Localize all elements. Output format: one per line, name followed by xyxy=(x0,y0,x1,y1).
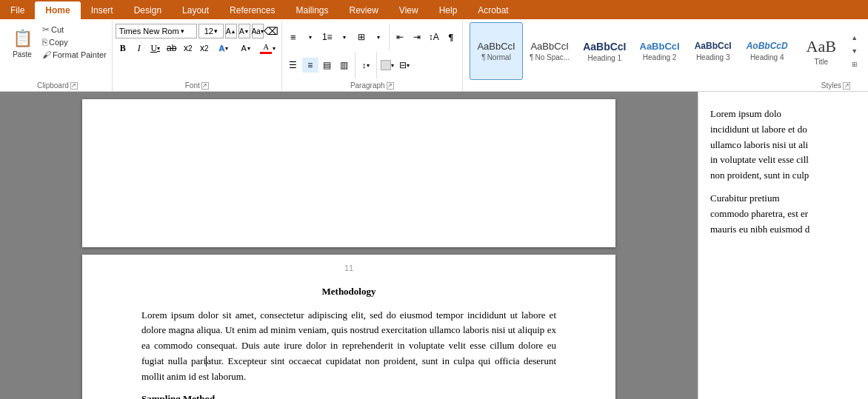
clipboard-small-buttons: ✂ Cut ⎘ Copy 🖌 Format Painter xyxy=(40,24,109,61)
align-left-button[interactable]: ☰ xyxy=(285,58,301,73)
numbering-dropdown[interactable]: ▾ xyxy=(336,30,353,44)
decrease-indent-button[interactable]: ⇤ xyxy=(392,30,408,44)
styles-up-button[interactable]: ▲ xyxy=(849,32,860,44)
doc-para-1[interactable]: Lorem ipsum dolor sit amet, consectetur … xyxy=(141,308,556,385)
styles-arrows: ▲ ▼ ⊞ xyxy=(848,22,861,80)
style-h2-label: Heading 2 xyxy=(643,53,677,61)
copy-button[interactable]: ⎘ Copy xyxy=(40,36,109,48)
style-no-spacing-preview: AaBbCcI xyxy=(530,41,568,53)
font-name-value: Times New Rom xyxy=(119,27,179,36)
italic-button[interactable]: I xyxy=(132,41,147,56)
font-name-dropdown-icon[interactable]: ▾ xyxy=(181,27,184,35)
numbering-button[interactable]: 1≡ xyxy=(319,30,335,44)
bullets-dropdown[interactable]: ▾ xyxy=(302,30,318,44)
font-expand-icon[interactable]: ↗ xyxy=(201,82,209,90)
styles-more-button[interactable]: ⊞ xyxy=(849,58,860,70)
clear-formatting-button[interactable]: ⌫ xyxy=(265,24,277,38)
tab-view[interactable]: View xyxy=(389,1,429,19)
style-heading2[interactable]: AaBbCcI Heading 2 xyxy=(633,22,687,80)
style-h1-label: Heading 1 xyxy=(588,54,622,62)
style-normal-preview: AaBbCcI xyxy=(477,41,515,53)
subscript-button[interactable]: x2 xyxy=(181,41,196,56)
style-title-label: Title xyxy=(814,58,828,66)
style-h2-preview: AaBbCcI xyxy=(640,41,680,53)
tab-bar: File Home Insert Design Layout Reference… xyxy=(0,0,868,19)
align-right-button[interactable]: ▤ xyxy=(319,58,335,73)
text-effects-button[interactable]: A▾ xyxy=(213,41,234,56)
tab-design[interactable]: Design xyxy=(124,1,172,19)
page-top-partial xyxy=(82,99,615,247)
para-separator-2 xyxy=(355,52,355,78)
document-scroll[interactable]: 11 Methodology Lorem ipsum dolor sit ame… xyxy=(0,92,698,399)
font-size-decrease-button[interactable]: A▼ xyxy=(238,24,250,38)
cut-label: Cut xyxy=(51,25,64,34)
font-group-label: Font xyxy=(185,81,200,90)
style-normal[interactable]: AaBbCcI ¶ Normal xyxy=(470,22,523,80)
right-para-2: Curabitur pretium commodo pharetra, est … xyxy=(710,191,856,237)
line-spacing-button[interactable]: ↕▾ xyxy=(358,58,374,73)
paste-icon: 📋 xyxy=(12,27,33,50)
shading-button[interactable]: ▾ xyxy=(379,58,395,73)
tab-layout[interactable]: Layout xyxy=(172,1,219,19)
styles-expand-icon[interactable]: ↗ xyxy=(843,82,850,90)
font-size-increase-button[interactable]: A▲ xyxy=(225,24,237,38)
tab-review[interactable]: Review xyxy=(338,1,388,19)
font-size-input[interactable]: 12 ▾ xyxy=(198,24,224,38)
main-page[interactable]: 11 Methodology Lorem ipsum dolor sit ame… xyxy=(82,255,615,399)
para-row-2: ☰ ≡ ▤ ▥ ↕▾ xyxy=(285,52,413,78)
underline-button[interactable]: U ▾ xyxy=(148,41,163,56)
styles-down-button[interactable]: ▼ xyxy=(849,45,860,57)
tab-insert[interactable]: Insert xyxy=(81,1,124,19)
doc-subheading-1: Sampling Method xyxy=(141,392,556,399)
style-no-spacing[interactable]: AaBbCcI ¶ No Spac... xyxy=(523,22,576,80)
cut-button[interactable]: ✂ Cut xyxy=(40,24,109,36)
borders-button[interactable]: ⊟▾ xyxy=(396,58,413,73)
clipboard-group: 📋 Paste ✂ Cut ⎘ Copy 🖌 Format Painter xyxy=(3,21,113,91)
clipboard-expand-icon[interactable]: ↗ xyxy=(70,82,78,90)
font-size-dropdown-icon[interactable]: ▾ xyxy=(214,27,218,35)
paste-label: Paste xyxy=(13,50,32,58)
tab-acrobat[interactable]: Acrobat xyxy=(467,1,518,19)
style-heading1[interactable]: AaBbCcI Heading 1 xyxy=(576,22,632,80)
bold-button[interactable]: B xyxy=(116,41,130,56)
multilevel-button[interactable]: ⊞ xyxy=(353,30,370,44)
document-content: Methodology Lorem ipsum dolor sit amet, … xyxy=(141,284,556,399)
para-mark-normal: ¶ xyxy=(481,53,485,61)
font-format-row: B I U ▾ ab x2 x2 A▾ A▾ xyxy=(116,41,278,56)
document-area: 11 Methodology Lorem ipsum dolor sit ame… xyxy=(0,92,868,399)
justify-button[interactable]: ▥ xyxy=(336,58,353,73)
style-h4-preview: AoBbCcD xyxy=(747,41,788,53)
para-separator-3 xyxy=(376,52,377,78)
tab-help[interactable]: Help xyxy=(429,1,468,19)
superscript-button[interactable]: x2 xyxy=(197,41,212,56)
align-center-button[interactable]: ≡ xyxy=(302,58,318,73)
multilevel-dropdown[interactable]: ▾ xyxy=(370,30,387,44)
style-h3-label: Heading 3 xyxy=(696,53,730,61)
sort-button[interactable]: ↕A xyxy=(426,30,442,44)
font-color-button[interactable]: A ▾ xyxy=(258,41,278,56)
style-heading3[interactable]: AaBbCcI Heading 3 xyxy=(687,22,740,80)
clipboard-group-label: Clipboard xyxy=(37,81,69,90)
styles-group: AaBbCcI ¶ Normal AaBbCcI ¶ No Spac... xyxy=(463,21,868,91)
right-panel: Lorem ipsum dolo incididunt ut labore et… xyxy=(698,92,868,399)
style-title[interactable]: AaB Title xyxy=(795,22,848,80)
bullets-button[interactable]: ≡ xyxy=(285,30,301,44)
format-painter-button[interactable]: 🖌 Format Painter xyxy=(40,49,109,61)
para-expand-icon[interactable]: ↗ xyxy=(387,82,394,90)
tab-references[interactable]: References xyxy=(219,1,285,19)
strikethrough-button[interactable]: ab xyxy=(164,41,179,56)
show-formatting-button[interactable]: ¶ xyxy=(443,30,459,44)
increase-indent-button[interactable]: ⇥ xyxy=(409,30,425,44)
text-highlight-button[interactable]: A▾ xyxy=(236,41,256,56)
copy-icon: ⎘ xyxy=(42,37,47,47)
format-painter-label: Format Painter xyxy=(53,50,107,59)
change-case-button[interactable]: Aa▾ xyxy=(252,24,264,38)
paste-button[interactable]: 📋 Paste xyxy=(6,22,39,62)
tab-file[interactable]: File xyxy=(0,1,35,19)
style-heading4[interactable]: AoBbCcD Heading 4 xyxy=(740,22,795,80)
tab-mailings[interactable]: Mailings xyxy=(285,1,338,19)
tab-home[interactable]: Home xyxy=(35,1,80,19)
copy-label: Copy xyxy=(49,38,68,47)
font-name-input[interactable]: Times New Rom ▾ xyxy=(116,24,197,38)
style-no-spacing-label: No Spac... xyxy=(535,53,570,61)
